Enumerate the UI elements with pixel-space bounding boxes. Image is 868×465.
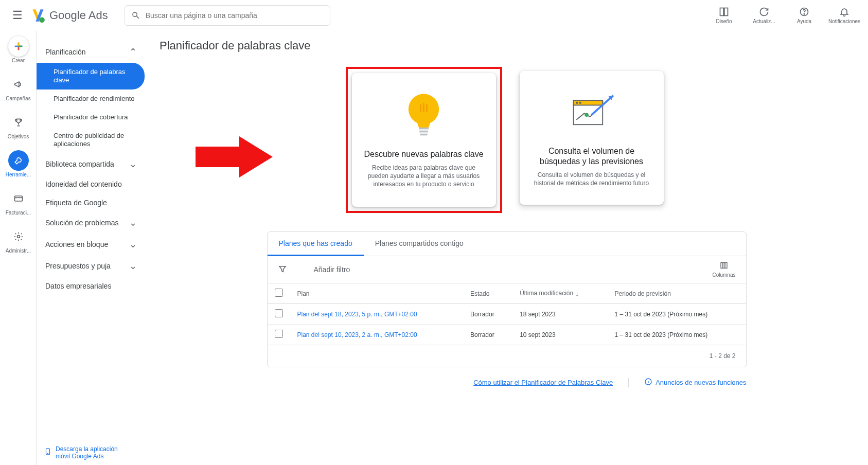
svg-rect-1 xyxy=(720,8,724,16)
sidebar-item-reach-planner[interactable]: Planificador de cobertura xyxy=(37,108,145,127)
sidebar-business-data[interactable]: Datos empresariales xyxy=(37,277,145,295)
row-checkbox[interactable] xyxy=(275,330,283,338)
design-label: Diseño xyxy=(716,19,732,24)
download-app-link[interactable]: Descarga la aplicación móvil Google Ads xyxy=(44,445,133,460)
sort-down-icon: ↓ xyxy=(575,290,579,298)
chevron-up-icon: ⌃ xyxy=(129,46,137,58)
search-icon xyxy=(131,11,140,20)
col-state[interactable]: Estado xyxy=(463,283,512,304)
search-input[interactable] xyxy=(146,11,324,20)
sidebar-troubleshooting[interactable]: Solución de problemas ⌄ xyxy=(37,212,145,234)
plan-link[interactable]: Plan del sept 10, 2023, 2 a. m., GMT+02:… xyxy=(297,331,417,338)
search-box[interactable] xyxy=(125,5,330,26)
plan-state: Borrador xyxy=(463,304,512,325)
sidebar-budgets[interactable]: Presupuestos y puja ⌄ xyxy=(37,255,145,277)
page-title: Planificador de palabras clave xyxy=(160,39,854,52)
svg-rect-5 xyxy=(14,196,22,201)
card-volume-desc: Consulta el volumen de búsquedas y el hi… xyxy=(529,171,654,187)
rail-tools[interactable]: Herramie... xyxy=(3,150,34,178)
svg-point-0 xyxy=(39,17,45,23)
columns-button[interactable]: Columnas xyxy=(712,261,735,278)
plans-table: Plan Estado Última modificación↓ Periodo… xyxy=(268,283,746,345)
plans-panel: Planes que has creado Planes compartidos… xyxy=(267,231,747,367)
rail-goals[interactable]: Objetivos xyxy=(3,112,34,140)
filter-icon[interactable] xyxy=(278,264,287,275)
refresh-button[interactable]: Actualiz... xyxy=(749,6,780,24)
plan-modified: 18 sept 2023 xyxy=(512,304,607,325)
help-button[interactable]: Ayuda xyxy=(789,6,820,24)
card-discover-keywords[interactable]: Descubre nuevas palabras clave Recibe id… xyxy=(352,73,496,207)
red-arrow-annotation xyxy=(196,134,273,180)
plan-link[interactable]: Plan del sept 18, 2023, 5 p. m., GMT+02:… xyxy=(297,311,417,318)
tab-created-plans[interactable]: Planes que has creado xyxy=(268,232,364,256)
trophy-icon xyxy=(8,112,29,133)
col-modified-label: Última modificación xyxy=(520,290,573,297)
svg-marker-9 xyxy=(196,136,273,177)
phone-icon xyxy=(44,446,51,459)
rail-billing[interactable]: Facturaci... xyxy=(3,188,34,216)
svg-rect-13 xyxy=(420,133,427,135)
brand-logo[interactable]: Google Ads xyxy=(31,8,108,23)
sidebar-planning-label: Planificación xyxy=(45,48,86,56)
new-features-link[interactable]: Anuncios de nuevas funciones xyxy=(644,378,746,387)
sidebar-bulk-actions[interactable]: Acciones en bloque ⌄ xyxy=(37,234,145,255)
sidebar-item-keyword-planner[interactable]: Planificador de palabras clave xyxy=(37,63,145,90)
svg-rect-11 xyxy=(419,127,429,129)
pagination-label: 1 - 2 de 2 xyxy=(268,345,746,367)
tab-shared-plans[interactable]: Planes compartidos contigo xyxy=(364,232,475,256)
col-period[interactable]: Periodo de previsión xyxy=(607,283,746,304)
rail-campaigns[interactable]: Campañas xyxy=(3,74,34,102)
rail-tools-label: Herramie... xyxy=(6,172,31,178)
cards-row: Descubre nuevas palabras clave Recibe id… xyxy=(160,67,854,213)
design-icon xyxy=(719,6,729,17)
filter-row: Añadir filtro Columnas xyxy=(268,256,746,283)
notifications-button[interactable]: Notificaciones xyxy=(829,6,860,24)
col-modified[interactable]: Última modificación↓ xyxy=(512,283,607,304)
sidebar-shared-library[interactable]: Biblioteca compartida ⌄ xyxy=(37,153,145,175)
svg-rect-17 xyxy=(579,101,581,103)
svg-point-18 xyxy=(584,113,589,117)
app-header: ☰ Google Ads Diseño Actualiz... xyxy=(0,0,868,31)
sidebar-google-tag[interactable]: Etiqueta de Google xyxy=(37,193,145,212)
design-button[interactable]: Diseño xyxy=(708,6,739,24)
brand-text: Google Ads xyxy=(49,9,108,22)
info-icon xyxy=(644,378,652,387)
card-search-volume[interactable]: Consulta el volumen de búsquedas y las p… xyxy=(520,71,664,205)
sidebar-budgets-label: Presupuestos y puja xyxy=(45,262,111,270)
plan-period: 1 – 31 oct de 2023 (Próximo mes) xyxy=(607,304,746,325)
rail-admin-label: Administr... xyxy=(6,248,31,254)
table-row: Plan del sept 10, 2023, 2 a. m., GMT+02:… xyxy=(268,325,746,345)
plus-icon xyxy=(8,36,29,57)
lightbulb-icon xyxy=(404,92,443,141)
how-to-link[interactable]: Cómo utilizar el Planificador de Palabra… xyxy=(473,379,613,386)
rail-create[interactable]: Crear xyxy=(3,36,34,64)
card-discover-highlight: Descubre nuevas palabras clave Recibe id… xyxy=(346,67,502,213)
sidebar-tag-label: Etiqueta de Google xyxy=(45,199,107,207)
refresh-icon xyxy=(759,6,769,17)
rail-billing-label: Facturaci... xyxy=(6,210,31,216)
svg-rect-12 xyxy=(419,130,428,132)
card-discover-title: Descubre nuevas palabras clave xyxy=(364,149,483,159)
footer-links: Cómo utilizar el Planificador de Palabra… xyxy=(267,378,747,387)
col-plan[interactable]: Plan xyxy=(290,283,463,304)
nav-rail: Crear Campañas Objetivos Herramie... Fac… xyxy=(0,31,37,465)
sidebar-planning[interactable]: Planificación ⌃ xyxy=(37,41,145,63)
svg-rect-2 xyxy=(724,8,728,16)
sidebar-item-app-hub[interactable]: Centro de publicidad de aplicaciones xyxy=(37,127,145,153)
sidebar-item-performance-planner[interactable]: Planificador de rendimiento xyxy=(37,90,145,108)
sidebar-troubleshoot-label: Solución de problemas xyxy=(45,219,118,227)
select-all-checkbox[interactable] xyxy=(275,289,283,297)
svg-point-4 xyxy=(804,14,804,14)
gear-icon xyxy=(8,226,29,247)
plan-period: 1 – 31 oct de 2023 (Próximo mes) xyxy=(607,325,746,345)
hamburger-icon[interactable]: ☰ xyxy=(8,5,27,26)
row-checkbox[interactable] xyxy=(275,309,283,317)
sidebar-bulk-label: Acciones en bloque xyxy=(45,240,108,248)
rail-admin[interactable]: Administr... xyxy=(3,226,34,254)
rail-goals-label: Objetivos xyxy=(8,134,29,140)
sidebar-content-suitability[interactable]: Idoneidad del contenido xyxy=(37,175,145,193)
add-filter-button[interactable]: Añadir filtro xyxy=(314,265,350,274)
svg-rect-16 xyxy=(576,101,578,103)
plans-tabs: Planes que has creado Planes compartidos… xyxy=(268,232,746,256)
card-volume-wrap: Consulta el volumen de búsquedas y las p… xyxy=(516,67,668,213)
